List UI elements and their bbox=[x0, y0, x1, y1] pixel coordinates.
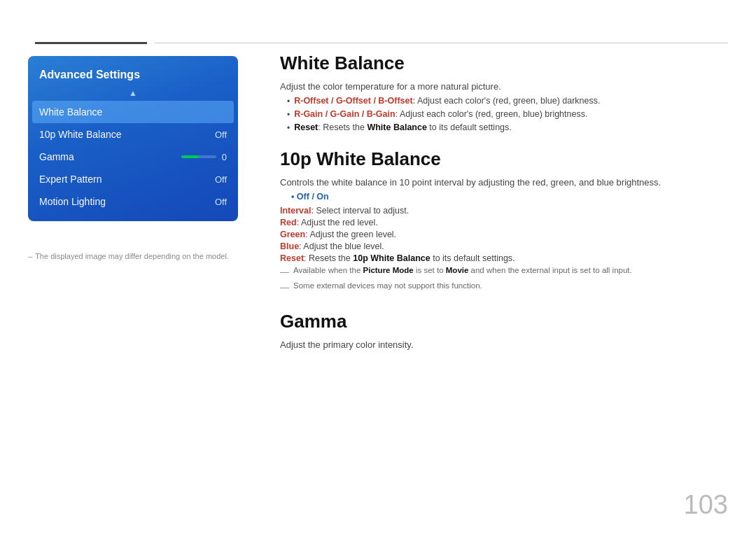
10p-white-balance-section: 10p White Balance Controls the white bal… bbox=[280, 148, 728, 294]
sidebar-item-expert-pattern[interactable]: Expert Pattern Off bbox=[28, 168, 238, 190]
sidebar-item-white-balance[interactable]: White Balance bbox=[32, 101, 234, 123]
10p-white-balance-desc: Controls the white balance in 10 point i… bbox=[280, 177, 728, 188]
green-label: Green bbox=[280, 230, 305, 239]
reset-bold2: White Balance bbox=[367, 122, 426, 132]
disclaimer: – The displayed image may differ dependi… bbox=[28, 252, 229, 260]
gamma-bar-container: 0 bbox=[181, 152, 227, 162]
10p-offon: • Off / On bbox=[291, 192, 728, 202]
10p-interval: Interval: Select interval to adjust. bbox=[280, 206, 728, 216]
10p-blue: Blue: Adjust the blue level. bbox=[280, 241, 728, 251]
advanced-settings-title: Advanced Settings bbox=[28, 64, 238, 88]
sidebar-item-gamma-label: Gamma bbox=[39, 151, 74, 162]
up-arrow-icon: ▲ bbox=[28, 88, 238, 98]
page-number: 103 bbox=[684, 490, 728, 520]
rgb-gain-label: R-Gain / G-Gain / B-Gain bbox=[294, 109, 395, 119]
sidebar-item-10p-label: 10p White Balance bbox=[39, 129, 122, 140]
sidebar-item-gamma[interactable]: Gamma 0 bbox=[28, 146, 238, 168]
gamma-section: Gamma Adjust the primary color intensity… bbox=[280, 311, 728, 350]
white-balance-bullets: • R-Offset / G-Offset / B-Offset: Adjust… bbox=[287, 96, 728, 133]
sidebar-item-expert-value: Off bbox=[215, 174, 227, 185]
interval-label: Interval bbox=[280, 206, 311, 216]
reset-middle: : Resets the bbox=[318, 122, 367, 132]
red-label: Red bbox=[280, 218, 297, 227]
sidebar-item-motion-lighting[interactable]: Motion Lighting Off bbox=[28, 190, 238, 213]
note-external-text: Some external devices may not support th… bbox=[293, 281, 482, 290]
rgb-offset-rest: : Adjust each color's (red, green, blue)… bbox=[413, 96, 601, 106]
sidebar-item-10p-value: Off bbox=[215, 129, 227, 140]
sidebar-item-10p-white-balance[interactable]: 10p White Balance Off bbox=[28, 123, 238, 146]
rgb-offset-label: R-Offset / G-Offset / B-Offset bbox=[294, 96, 412, 106]
note-external-devices: — Some external devices may not support … bbox=[280, 281, 728, 294]
10p-red: Red: Adjust the red level. bbox=[280, 218, 728, 227]
gamma-bar-fill bbox=[181, 155, 199, 158]
bullet-item-rgb-offset: • R-Offset / G-Offset / B-Offset: Adjust… bbox=[287, 96, 728, 106]
gamma-bar bbox=[181, 155, 216, 158]
bullet-item-rgb-gain: • R-Gain / G-Gain / B-Gain: Adjust each … bbox=[287, 109, 728, 120]
advanced-settings-box: Advanced Settings ▲ White Balance 10p Wh… bbox=[28, 56, 238, 221]
note-picture-mode: — Available when the Picture Mode is set… bbox=[280, 266, 728, 279]
top-rules bbox=[0, 42, 756, 44]
top-rule-dark bbox=[35, 42, 147, 44]
10p-white-balance-title: 10p White Balance bbox=[280, 148, 728, 170]
sidebar-item-white-balance-label: White Balance bbox=[39, 106, 102, 118]
sidebar: Advanced Settings ▲ White Balance 10p Wh… bbox=[28, 56, 238, 221]
top-rule-light bbox=[154, 43, 728, 43]
reset-label: Reset bbox=[294, 122, 318, 132]
sidebar-item-motion-label: Motion Lighting bbox=[39, 196, 106, 207]
bullet-item-reset: • Reset: Resets the White Balance to its… bbox=[287, 122, 728, 133]
white-balance-section: White Balance Adjust the color temperatu… bbox=[280, 52, 728, 133]
reset-10p-label: Reset bbox=[280, 253, 304, 263]
gamma-value: 0 bbox=[222, 152, 227, 162]
main-content: White Balance Adjust the color temperatu… bbox=[280, 52, 728, 354]
sidebar-item-motion-value: Off bbox=[215, 197, 227, 207]
rgb-gain-rest: : Adjust each color's (red, green, blue)… bbox=[396, 109, 588, 119]
white-balance-desc: Adjust the color temperature for a more … bbox=[280, 81, 728, 92]
reset-end: to its default settings. bbox=[427, 122, 512, 132]
blue-label: Blue bbox=[280, 241, 299, 251]
10p-green: Green: Adjust the green level. bbox=[280, 230, 728, 239]
gamma-title: Gamma bbox=[280, 311, 728, 332]
disclaimer-dash: – bbox=[28, 252, 32, 260]
disclaimer-text: The displayed image may differ depending… bbox=[35, 252, 229, 260]
sidebar-item-expert-label: Expert Pattern bbox=[39, 174, 102, 185]
10p-reset: Reset: Resets the 10p White Balance to i… bbox=[280, 253, 728, 263]
white-balance-title: White Balance bbox=[280, 52, 728, 74]
gamma-desc: Adjust the primary color intensity. bbox=[280, 339, 728, 350]
